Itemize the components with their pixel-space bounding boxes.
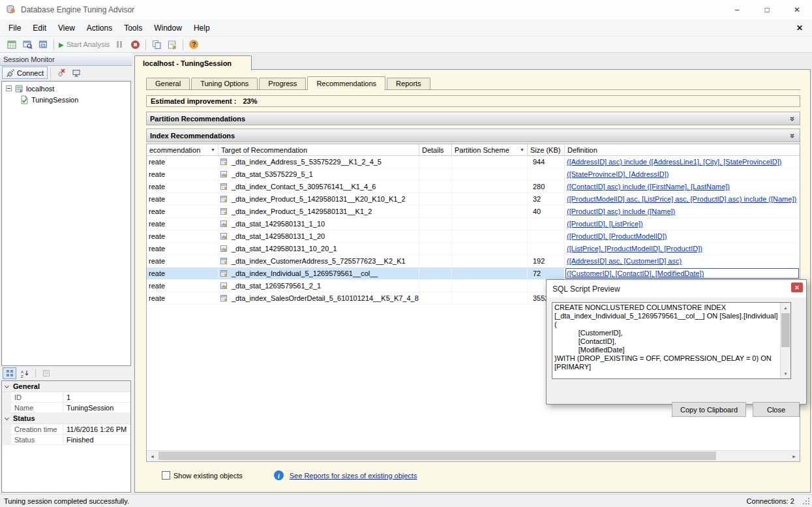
cell-definition: ([CustomerID], [ContactID], [ModifiedDat… [565,268,800,279]
help-button[interactable]: ? [186,37,202,52]
column-header-recommendation[interactable]: ecommendation ▼ [147,144,218,156]
definition-link[interactable]: ([ProductID] asc) include ([Name]) [567,207,675,215]
scroll-left-button[interactable]: ◄ [147,451,158,461]
table-row[interactable]: reate*_dta_stat_1429580131_1_20([Product… [147,230,800,243]
scroll-up-icon[interactable]: ▲ [781,303,790,313]
menu-help[interactable]: Help [188,20,216,36]
definition-link[interactable]: ([ContactID] asc) include ([FirstName], … [567,183,730,191]
menu-tools[interactable]: Tools [118,20,148,36]
table-row[interactable]: reate*_dta_index_Contact_5_309576141__K1… [147,181,800,193]
definition-link[interactable]: ([StateProvinceID], [AddressID]) [567,170,669,178]
tree-item-tuningsession[interactable]: TuningSession [2,94,130,105]
property-category-status[interactable]: Status [2,413,130,424]
scrollbar-thumb[interactable] [158,452,716,460]
close-button[interactable]: ✕ [782,0,812,20]
show-existing-objects-checkbox[interactable] [162,471,170,480]
collapse-expander-icon[interactable] [6,85,12,91]
column-header-target[interactable]: Target of Recommendation [218,144,419,156]
stop-analysis-button[interactable] [127,37,143,52]
property-pages-button[interactable] [39,367,53,379]
tab-tuning-options[interactable]: Tuning Options [191,78,258,89]
definition-link[interactable]: ([ProductModelID] asc, [ListPrice] asc, … [567,195,796,203]
svg-text:*: * [224,223,228,228]
save-session-icon [38,40,48,50]
document-tab[interactable]: localhost - TuningSession [134,55,252,70]
sql-script-box[interactable]: CREATE NONCLUSTERED COLUMNSTORE INDEX [_… [552,302,791,379]
definition-link[interactable]: ([ListPrice], [ProductModelID], [Product… [567,245,702,253]
dialog-close-button[interactable]: Close [753,402,800,417]
session-properties-button[interactable] [69,67,83,79]
column-header-details[interactable]: Details [419,144,452,156]
mdi-close-button[interactable]: ✕ [796,23,803,33]
cell-definition: ([ProductID], [ListPrice]) [565,218,800,230]
cell-details [419,243,452,254]
property-row-status[interactable]: Status Finished [2,435,130,445]
menu-view[interactable]: View [52,20,81,36]
maximize-button[interactable]: □ [752,0,782,20]
property-row-id[interactable]: ID 1 [2,392,130,403]
app-icon [6,5,16,15]
open-session-button[interactable] [20,37,35,52]
table-row[interactable]: reate*_dta_index_Product_5_1429580131__K… [147,206,800,218]
existing-objects-report-link[interactable]: See Reports for sizes of existing object… [290,472,417,480]
filter-dropdown-icon[interactable]: ▼ [211,147,217,152]
double-chevron-icon[interactable]: » [787,133,797,137]
property-row-creation-time[interactable]: Creation time 11/6/2016 1:26 PM [2,424,130,435]
menu-actions[interactable]: Actions [81,20,118,36]
table-row[interactable]: reate*_dta_stat_1429580131_1_10([Product… [147,218,800,230]
definition-link[interactable]: ([ProductID], [ProductModelID]) [567,232,667,240]
menu-window[interactable]: Window [148,20,188,36]
tree-item-localhost[interactable]: localhost [2,83,130,94]
column-header-size[interactable]: Size (KB) [528,144,565,156]
dialog-close-icon[interactable]: ✕ [791,283,803,292]
table-row[interactable]: reate*_dta_index_Individual_5_1269579561… [147,268,800,280]
column-header-partition-scheme[interactable]: Partition Scheme ▼ [452,144,528,156]
menu-edit[interactable]: Edit [27,20,52,36]
resize-grip[interactable] [802,497,811,506]
start-analysis-button[interactable]: ▶ Start Analysis [57,37,112,52]
filter-dropdown-icon[interactable]: ▼ [520,147,526,152]
save-session-button[interactable] [35,37,51,52]
tab-reports[interactable]: Reports [387,78,430,89]
pause-analysis-button[interactable] [112,37,127,52]
table-row[interactable]: reate*_dta_stat_53575229_5_1([StateProvi… [147,168,800,181]
table-row[interactable]: reate*_dta_index_CustomerAddress_5_72557… [147,255,800,268]
tab-progress[interactable]: Progress [259,78,306,89]
categorized-view-button[interactable] [3,367,16,379]
import-options-button[interactable] [164,37,180,52]
definition-link[interactable]: ([ProductID], [ListPrice]) [567,220,643,228]
scrollbar-track[interactable] [158,451,789,461]
index-recommendations-header[interactable]: Index Recommendations » [146,129,800,142]
new-session-button[interactable] [4,37,20,52]
table-row[interactable]: reate*_dta_index_Address_5_53575229__K1_… [147,156,800,168]
page-tabstrip: General Tuning Options Progress Recommen… [146,76,800,90]
scroll-right-button[interactable]: ► [789,451,800,461]
property-label: ID [11,392,63,402]
table-row[interactable]: reate*_dta_stat_1429580131_10_20_1([List… [147,243,800,255]
definition-link[interactable]: ([CustomerID], [ContactID], [ModifiedDat… [567,269,704,277]
partition-recommendations-header[interactable]: Partition Recommendations » [146,112,800,125]
copy-results-button[interactable] [149,37,164,52]
cell-recommendation-action: reate [147,168,218,180]
cell-recommendation-action: reate [147,156,218,168]
scroll-down-icon[interactable]: ▼ [781,369,790,378]
tab-general[interactable]: General [146,78,190,89]
menu-file[interactable]: File [3,20,27,36]
connect-button[interactable]: Connect [2,67,48,79]
copy-to-clipboard-button[interactable]: Copy to Clipboard [672,402,746,417]
minimize-button[interactable]: – [722,0,752,20]
property-row-name[interactable]: Name TuningSession [2,403,130,413]
definition-link[interactable]: ([AddressID] asc, [CustomerID] asc) [567,257,682,265]
property-category-general[interactable]: General [2,381,130,392]
column-header-definition[interactable]: Definition [565,144,800,156]
definition-link[interactable]: ([AddressID] asc) include ([AddressLine1… [567,158,782,166]
table-row[interactable]: reate*_dta_index_Product_5_1429580131__K… [147,193,800,206]
tab-recommendations[interactable]: Recommendations [307,76,385,90]
import-options-icon [168,40,177,50]
dialog-vertical-scrollbar[interactable]: ▲ ▼ [780,303,790,378]
scrollbar-thumb[interactable] [781,313,790,347]
alphabetical-sort-button[interactable]: AZ [18,367,32,379]
horizontal-scrollbar[interactable]: ◄ ► [147,450,800,461]
double-chevron-icon[interactable]: » [787,116,797,120]
disconnect-button[interactable] [53,67,68,79]
